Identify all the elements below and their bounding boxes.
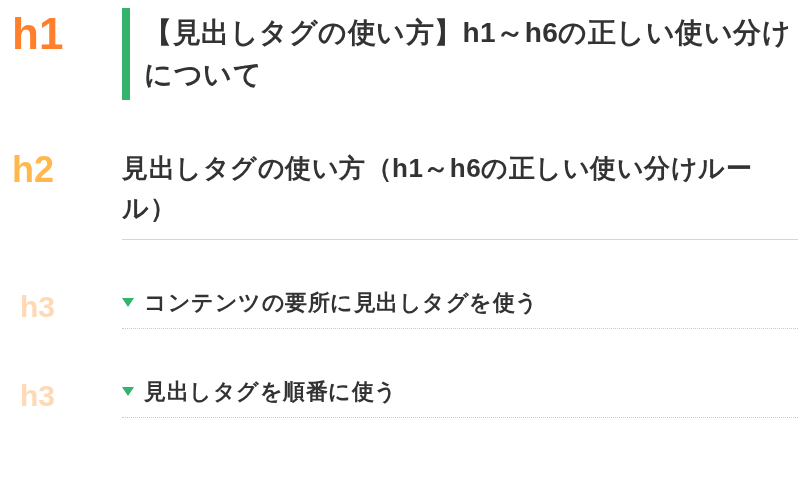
content-column: 見出しタグの使い方（h1～h6の正しい使い分けルール） <box>122 148 798 240</box>
content-column: 【見出しタグの使い方】h1～h6の正しい使い分けについて <box>122 8 798 100</box>
tag-label-h3: h3 <box>12 292 55 322</box>
caret-down-icon <box>122 387 134 396</box>
outline-row-h1: h1 【見出しタグの使い方】h1～h6の正しい使い分けについて <box>12 8 798 100</box>
tag-column: h3 <box>12 377 122 418</box>
tag-column: h2 <box>12 148 122 240</box>
outline-row-h3: h3 コンテンツの要所に見出しタグを使う <box>12 288 798 329</box>
outline-row-h2: h2 見出しタグの使い方（h1～h6の正しい使い分けルール） <box>12 148 798 240</box>
h3-heading-line: コンテンツの要所に見出しタグを使う <box>122 288 798 329</box>
tag-column: h3 <box>12 288 122 329</box>
h3-heading-line: 見出しタグを順番に使う <box>122 377 798 418</box>
content-column: 見出しタグを順番に使う <box>122 377 798 418</box>
h3-heading-text: 見出しタグを順番に使う <box>144 377 398 407</box>
h1-heading-text: 【見出しタグの使い方】h1～h6の正しい使い分けについて <box>144 12 798 96</box>
h1-heading-block: 【見出しタグの使い方】h1～h6の正しい使い分けについて <box>122 8 798 100</box>
caret-down-icon <box>122 298 134 307</box>
tag-label-h3: h3 <box>12 381 55 411</box>
tag-column: h1 <box>12 8 122 100</box>
h3-heading-text: コンテンツの要所に見出しタグを使う <box>144 288 539 318</box>
h2-heading-text: 見出しタグの使い方（h1～h6の正しい使い分けルール） <box>122 148 798 240</box>
tag-label-h2: h2 <box>12 152 54 188</box>
content-column: コンテンツの要所に見出しタグを使う <box>122 288 798 329</box>
tag-label-h1: h1 <box>12 12 63 56</box>
outline-row-h3: h3 見出しタグを順番に使う <box>12 377 798 418</box>
heading-outline: h1 【見出しタグの使い方】h1～h6の正しい使い分けについて h2 見出しタグ… <box>0 0 810 436</box>
